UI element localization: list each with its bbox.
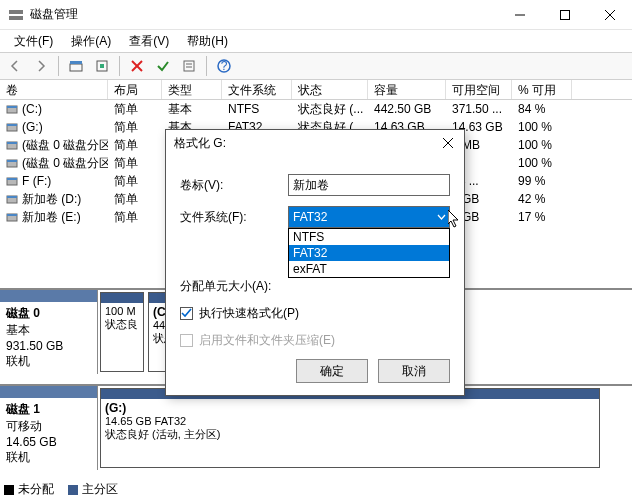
col-free[interactable]: 可用空间 (446, 80, 512, 99)
menu-file[interactable]: 文件(F) (6, 30, 61, 53)
disk0-label[interactable]: 磁盘 0 基本 931.50 GB 联机 (0, 290, 98, 374)
fs-option-exfat[interactable]: exFAT (289, 261, 449, 277)
svg-rect-26 (7, 178, 17, 180)
svg-rect-18 (7, 106, 17, 108)
drive-icon (6, 157, 18, 169)
drive-icon (6, 211, 18, 223)
forward-button[interactable] (30, 55, 52, 77)
app-icon (8, 7, 24, 23)
toolbar: ? (0, 52, 632, 80)
fs-option-ntfs[interactable]: NTFS (289, 229, 449, 245)
svg-rect-28 (7, 196, 17, 198)
label-allocation-unit: 分配单元大小(A): (180, 278, 288, 295)
toolbar-props-icon[interactable] (178, 55, 200, 77)
disk-row-1: 磁盘 1 可移动 14.65 GB 联机 (G:)14.65 GB FAT32状… (0, 384, 632, 470)
toolbar-delete-icon[interactable] (126, 55, 148, 77)
toolbar-view-icon[interactable] (65, 55, 87, 77)
filesystem-combo[interactable]: FAT32 (288, 206, 450, 228)
drive-icon (6, 193, 18, 205)
disk1-label[interactable]: 磁盘 1 可移动 14.65 GB 联机 (0, 386, 98, 470)
svg-rect-7 (70, 61, 82, 64)
col-pct[interactable]: % 可用 (512, 80, 572, 99)
disk1-part-0[interactable]: (G:)14.65 GB FAT32状态良好 (活动, 主分区) (100, 388, 600, 468)
format-dialog: 格式化 G: 卷标(V): 文件系统(F): FAT32 NTFS FAT32 … (165, 129, 465, 396)
col-type[interactable]: 类型 (162, 80, 222, 99)
close-button[interactable] (587, 0, 632, 30)
disk0-part-0[interactable]: 100 M状态良 (100, 292, 144, 372)
legend-unalloc-swatch (4, 485, 14, 495)
drive-icon (6, 175, 18, 187)
col-status[interactable]: 状态 (292, 80, 368, 99)
quick-format-checkbox-row[interactable]: 执行快速格式化(P) (180, 305, 450, 322)
menu-action[interactable]: 操作(A) (63, 30, 119, 53)
svg-rect-12 (184, 61, 194, 71)
svg-rect-9 (100, 64, 104, 68)
svg-rect-30 (7, 214, 17, 216)
drive-icon (6, 139, 18, 151)
svg-rect-22 (7, 142, 17, 144)
checkbox-unchecked-icon (180, 334, 193, 347)
back-button[interactable] (4, 55, 26, 77)
label-filesystem: 文件系统(F): (180, 209, 288, 226)
svg-text:?: ? (221, 59, 228, 73)
svg-rect-20 (7, 124, 17, 126)
svg-rect-34 (181, 335, 193, 347)
svg-rect-1 (9, 16, 23, 20)
col-capacity[interactable]: 容量 (368, 80, 446, 99)
dialog-title: 格式化 G: (174, 135, 226, 152)
legend-primary-swatch (68, 485, 78, 495)
col-volume[interactable]: 卷 (0, 80, 108, 99)
filesystem-dropdown: NTFS FAT32 exFAT (288, 228, 450, 278)
volume-label-input[interactable] (288, 174, 450, 196)
volume-list-header: 卷 布局 类型 文件系统 状态 容量 可用空间 % 可用 (0, 80, 632, 100)
svg-rect-6 (70, 64, 82, 71)
toolbar-check-icon[interactable] (152, 55, 174, 77)
toolbar-help-icon[interactable]: ? (213, 55, 235, 77)
title-bar: 磁盘管理 (0, 0, 632, 30)
menu-view[interactable]: 查看(V) (121, 30, 177, 53)
window-title: 磁盘管理 (30, 6, 78, 23)
col-fs[interactable]: 文件系统 (222, 80, 292, 99)
maximize-button[interactable] (542, 0, 587, 30)
legend: 未分配 主分区 (4, 481, 118, 498)
menu-help[interactable]: 帮助(H) (179, 30, 236, 53)
cancel-button[interactable]: 取消 (378, 359, 450, 383)
col-layout[interactable]: 布局 (108, 80, 162, 99)
checkbox-checked-icon (180, 307, 193, 320)
chevron-down-icon (437, 213, 446, 222)
menu-bar: 文件(F) 操作(A) 查看(V) 帮助(H) (0, 30, 632, 52)
drive-icon (6, 121, 18, 133)
dialog-close-button[interactable] (434, 132, 462, 154)
svg-rect-0 (9, 10, 23, 14)
ok-button[interactable]: 确定 (296, 359, 368, 383)
compression-checkbox-row: 启用文件和文件夹压缩(E) (180, 332, 450, 349)
volume-row[interactable]: (C:)简单基本NTFS状态良好 (...442.50 GB371.50 ...… (0, 100, 632, 118)
minimize-button[interactable] (497, 0, 542, 30)
svg-rect-24 (7, 160, 17, 162)
fs-option-fat32[interactable]: FAT32 (289, 245, 449, 261)
label-volume-name: 卷标(V): (180, 177, 288, 194)
drive-icon (6, 103, 18, 115)
toolbar-refresh-icon[interactable] (91, 55, 113, 77)
svg-rect-3 (560, 10, 569, 19)
